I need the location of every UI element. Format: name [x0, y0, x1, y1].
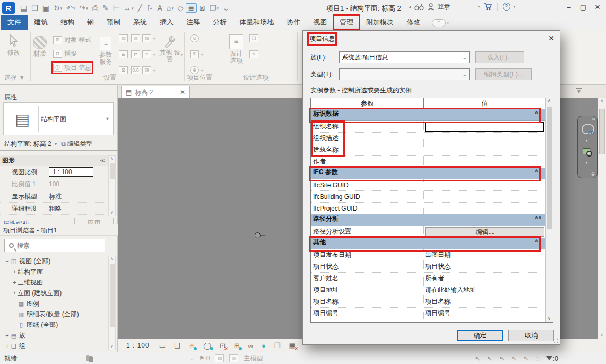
ok-button[interactable]: 确定 — [457, 330, 503, 341]
location-panel-label[interactable]: 项目位置 — [187, 73, 212, 82]
undo-icon[interactable]: ↶▾ — [64, 4, 77, 12]
parameter-row[interactable]: IfcProject GUID — [311, 203, 546, 214]
tree-item[interactable]: +立面 (建筑立面) — [0, 288, 108, 298]
tab-分析[interactable]: 分析 — [206, 15, 233, 30]
object-styles-button[interactable]: ⊞ 对象 样式 — [53, 36, 91, 45]
expand-icon[interactable]: + — [12, 268, 18, 275]
filter-icon[interactable]: :0 — [546, 354, 558, 362]
tab-视图[interactable]: 视图 — [307, 15, 333, 30]
select-panel-label[interactable]: 选择 ▼ — [4, 73, 25, 82]
view-tab-close-icon[interactable]: ✕ — [180, 89, 185, 96]
ribbon-collapse-icon[interactable]: ⌃ — [432, 19, 446, 27]
tab-文件[interactable]: 文件 — [1, 15, 28, 30]
parameter-value-cell[interactable] — [424, 191, 546, 202]
resize-grip[interactable] — [553, 338, 559, 343]
worksets-dropdown-icon[interactable]: ⌄ — [190, 356, 194, 361]
modify-button[interactable]: 修改 — [7, 34, 20, 56]
parameter-group-row[interactable]: 其他∧∧ — [311, 238, 546, 249]
revit-logo[interactable]: R — [2, 2, 15, 14]
snaps-button[interactable]: ⊓ 捕捉 — [53, 49, 77, 58]
property-row[interactable]: 比例值 1:100 — [0, 178, 108, 190]
tab-插入[interactable]: 插入 — [153, 15, 180, 30]
tree-item[interactable]: ▯图纸 (全部) — [0, 319, 108, 330]
tree-item[interactable]: +❑组 — [0, 341, 108, 351]
tree-item[interactable]: +结构平面 — [0, 266, 108, 277]
parameter-value-cell[interactable] — [424, 203, 546, 214]
active-design-option-label[interactable]: 主模型 — [244, 354, 263, 363]
worksharing-display-icon[interactable]: ❐ — [274, 342, 281, 349]
transfer-standards-icon[interactable]: ⇄ — [131, 50, 140, 58]
select-links-icon[interactable]: ↖ — [475, 354, 481, 362]
select-underlay-icon[interactable]: ↖ — [487, 354, 493, 362]
ribbon-collapse-options-icon[interactable]: ▾ — [447, 21, 449, 25]
default-3d-view-icon[interactable]: ⌂▾ — [165, 4, 176, 12]
dialog-title-bar[interactable]: 项目信息 — [303, 31, 560, 47]
model-line-icon[interactable]: ╱ — [135, 4, 144, 12]
parameter-value-cell[interactable] — [424, 121, 546, 132]
edit-type-dialog-button[interactable]: 编辑类型(E)... — [475, 68, 532, 80]
design-options-button[interactable]: ≣ 设计 选项 — [227, 34, 245, 64]
navbar-options-icon[interactable]: ⊖ — [591, 171, 595, 177]
parameter-value-cell[interactable]: 出图日期 — [424, 249, 546, 261]
edit-path-analysis-button[interactable]: 编辑... — [425, 227, 544, 237]
reveal-hidden-elements-icon[interactable]: ● — [262, 342, 266, 349]
type-select[interactable]: ⌄ — [339, 68, 470, 80]
collapse-icon[interactable]: − — [4, 258, 10, 264]
user-icon[interactable] — [427, 3, 435, 11]
shared-parameters-icon[interactable]: ▥ — [131, 34, 140, 42]
fill-patterns-icon[interactable]: ▨ — [142, 34, 151, 42]
parameter-value-cell[interactable]: 项目编号 — [424, 308, 546, 319]
browser-scrollbar[interactable]: ∧∨ — [108, 256, 116, 350]
parameter-group-row[interactable]: 标识数据∧∧ — [311, 109, 546, 121]
parameter-group-row[interactable]: 路径分析∧∧ — [311, 214, 546, 226]
wheel-dropdown-icon[interactable]: ▾ — [586, 138, 588, 143]
text-icon[interactable]: A — [155, 4, 164, 12]
parameter-group-row[interactable]: IFC 参数∧∧ — [311, 168, 546, 179]
tab-协作[interactable]: 协作 — [280, 15, 307, 30]
parameter-row[interactable]: 项目名称项目名称 — [311, 296, 546, 308]
property-row[interactable]: 详细程度粗略 — [0, 203, 108, 215]
other-settings-button[interactable]: 其他 设置▾ — [159, 34, 180, 63]
materials-button[interactable]: 材质 — [33, 36, 47, 57]
tree-item[interactable]: ▥明细表/数量 (全部) — [0, 309, 108, 319]
tree-item[interactable]: +三维视图 — [0, 277, 108, 288]
search-input[interactable] — [16, 241, 105, 250]
parameter-row[interactable]: 项目地址请在此处输入地址 — [311, 284, 546, 296]
parameter-row[interactable]: 建筑名称 — [311, 144, 546, 156]
show-crop-region-icon[interactable]: ⊞ — [234, 342, 240, 349]
print-icon[interactable]: ⎙ — [90, 4, 100, 12]
dialog-close-icon[interactable]: ✕ — [548, 34, 555, 42]
parameter-row[interactable]: 客户姓名所有者 — [311, 273, 546, 284]
tree-item[interactable]: −◫视图 (全部) — [0, 256, 108, 266]
property-row[interactable]: 视图比例1 : 100 — [0, 166, 108, 178]
tag-icon[interactable]: ⚐ — [144, 4, 155, 12]
login-label[interactable]: 登录 — [438, 2, 451, 11]
tab-建筑[interactable]: 建筑 — [28, 15, 54, 30]
collapse-group-icon[interactable]: ∧∧ — [534, 109, 541, 120]
expand-icon[interactable]: + — [12, 279, 18, 285]
aligned-dimension-icon[interactable]: ↔▾ — [122, 4, 136, 12]
parameter-row[interactable]: 项目编号项目编号 — [311, 308, 546, 319]
parameter-value-cell[interactable]: 请在此处输入地址 — [424, 284, 546, 296]
view-scale-value[interactable]: 1 : 100 — [49, 167, 93, 177]
settings-panel-label[interactable]: 设置 — [103, 73, 116, 82]
organization-name-input[interactable] — [425, 122, 544, 132]
expand-icon[interactable]: + — [4, 343, 10, 349]
redo-icon[interactable]: ↷▾ — [77, 4, 90, 12]
zoom-dropdown-icon[interactable]: ▾ — [586, 161, 588, 165]
sun-path-icon[interactable]: ☀ — [189, 342, 195, 349]
property-value[interactable]: 1 : 100 — [49, 167, 108, 177]
collapse-group-icon[interactable]: ∧∧ — [534, 214, 541, 226]
edit-type-button[interactable]: ⧉ 编辑类型 — [61, 140, 93, 149]
type-selector-dropdown-icon[interactable]: ▼ — [105, 116, 110, 122]
customize-qat-icon[interactable]: ⌄ — [221, 4, 231, 12]
parameter-row[interactable]: 作者 — [311, 156, 546, 168]
parameter-row[interactable]: 路径分析设置编辑... — [311, 226, 546, 238]
design-options-panel-label[interactable]: 设计选项 — [243, 73, 269, 82]
section-icon[interactable]: ◇ — [176, 4, 186, 12]
parameter-value-cell[interactable] — [424, 144, 546, 155]
table-scrollbar[interactable]: ∧∨ — [545, 98, 553, 322]
search-box[interactable] — [4, 239, 105, 252]
collapse-group-icon[interactable]: ∧∧ — [534, 238, 541, 249]
switch-windows-icon[interactable]: ❐▾ — [207, 4, 221, 12]
